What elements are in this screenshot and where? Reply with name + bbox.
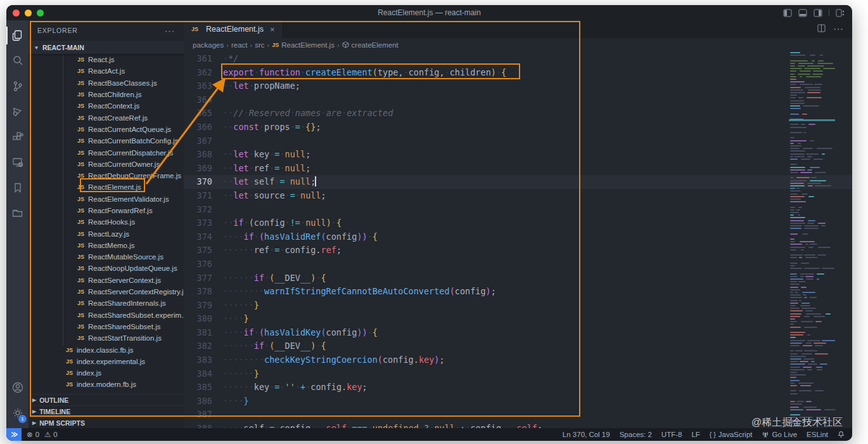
tab-reactelement[interactable]: JS ReactElement.js × — [184, 20, 283, 38]
tree-item-index-classic-fb-js[interactable]: JSindex.classic.fb.js — [29, 344, 184, 355]
code-line-377: 377······if·(__DEV__)·{ — [184, 271, 852, 285]
errors-icon: ⊗ — [27, 430, 33, 439]
breadcrumb-item-createelement[interactable]: createElement — [342, 41, 399, 49]
code-editor[interactable]: 361·*/362export·function·createElement(t… — [184, 52, 852, 428]
status-utf-8[interactable]: UTF-8 — [661, 431, 682, 438]
source-control-icon[interactable] — [6, 74, 29, 99]
code-line-364: 364 — [184, 93, 852, 107]
tree-item-reactcurrentowner-js[interactable]: JSReactCurrentOwner.js — [29, 159, 184, 170]
problems-status[interactable]: ⊗0 ⚠0 — [27, 430, 58, 439]
tree-item-reactstarttransition-js[interactable]: JSReactStartTransition.js — [29, 332, 184, 344]
tree-item-reactelementvalidator-js[interactable]: JSReactElementValidator.js — [29, 193, 184, 205]
sidebar-section-npm-scripts[interactable]: ▶NPM SCRIPTS — [29, 417, 184, 428]
file-name: ReactForwardRef.js — [88, 207, 153, 214]
minimap[interactable] — [789, 52, 835, 428]
tree-item-react-js[interactable]: JSReact.js — [29, 54, 184, 65]
remote-explorer-icon[interactable] — [6, 150, 29, 175]
line-number: 363 — [184, 79, 223, 93]
search-icon[interactable] — [6, 48, 29, 74]
tree-item-reactcurrentdispatcher-js[interactable]: JSReactCurrentDispatcher.js — [29, 147, 184, 158]
js-file-icon: JS — [77, 277, 84, 284]
sidebar-section-outline[interactable]: ▶OUTLINE — [29, 394, 184, 405]
code-line-383: 383········checkKeyStringCoercion(config… — [184, 353, 852, 367]
explorer-more-actions-icon[interactable]: ··· — [165, 26, 175, 36]
line-number: 384 — [184, 367, 223, 381]
toggle-sidebar-icon[interactable] — [783, 9, 792, 17]
tree-item-reactnoopupdatequeue-js[interactable]: JSReactNoopUpdateQueue.js — [29, 263, 184, 274]
close-window-button[interactable] — [13, 10, 20, 16]
sidebar-section-timeline[interactable]: ▶TIMELINE — [29, 405, 184, 417]
breadcrumb-item-src[interactable]: src — [255, 41, 264, 49]
js-file-icon: JS — [77, 242, 84, 249]
file-tree: JSReact.jsJSReactAct.jsJSReactBaseClasse… — [29, 54, 184, 394]
status-spaces-2[interactable]: Spaces: 2 — [620, 431, 652, 438]
close-tab-icon[interactable]: × — [270, 25, 275, 34]
tree-item-reactact-js[interactable]: JSReactAct.js — [29, 65, 184, 77]
tree-item-reactdebugcurrentframe-js[interactable]: JSReactDebugCurrentFrame.js — [29, 170, 184, 181]
tree-item-reactmutablesource-js[interactable]: JSReactMutableSource.js — [29, 251, 184, 263]
js-file-icon: JS — [77, 150, 84, 156]
code-line-387: 387 — [184, 408, 852, 422]
tree-item-index-modern-fb-js[interactable]: JSindex.modern.fb.js — [29, 379, 184, 390]
line-number: 372 — [184, 203, 223, 217]
tree-item-reactmemo-js[interactable]: JSReactMemo.js — [29, 240, 184, 251]
tree-item-reactbaseclasses-js[interactable]: JSReactBaseClasses.js — [29, 77, 184, 89]
editor-more-actions-icon[interactable]: ··· — [833, 23, 843, 35]
minimize-window-button[interactable] — [25, 10, 32, 16]
status-lf[interactable]: LF — [691, 431, 699, 438]
explorer-icon[interactable] — [6, 23, 29, 48]
status-label: Spaces: 2 — [620, 431, 652, 438]
extensions-icon[interactable] — [6, 124, 29, 150]
line-number: 371 — [184, 189, 223, 203]
golive-icon — [762, 431, 769, 439]
split-editor-icon[interactable] — [817, 23, 826, 35]
tree-item-reactlazy-js[interactable]: JSReactLazy.js — [29, 228, 184, 239]
customize-layout-icon[interactable] — [836, 9, 845, 17]
breadcrumb-item-react[interactable]: react — [231, 41, 248, 49]
run-debug-icon[interactable] — [6, 99, 29, 124]
explorer-sidebar: EXPLORER ··· ▼ REACT-MAIN JSReact.jsJSRe… — [29, 20, 184, 428]
tree-item-index-experimental-js[interactable]: JSindex.experimental.js — [29, 356, 184, 367]
tree-item-reactcurrentbatchconfig-js[interactable]: JSReactCurrentBatchConfig.js — [29, 135, 184, 147]
file-name: ReactCurrentBatchConfig.js — [88, 137, 179, 145]
toggle-secondary-sidebar-icon[interactable] — [814, 9, 822, 17]
js-file-icon: JS — [77, 231, 84, 237]
tree-item-reactcontext-js[interactable]: JSReactContext.js — [29, 100, 184, 112]
tree-item-reactsharedsubset-js[interactable]: JSReactSharedSubset.js — [29, 321, 184, 332]
sidebar-sections: ▶OUTLINE▶TIMELINE▶NPM SCRIPTS — [29, 394, 184, 428]
breadcrumb-item-reactelement-js[interactable]: JSReactElement.js — [272, 41, 335, 49]
tree-item-reactservercontextregistry-js[interactable]: JSReactServerContextRegistry.js — [29, 286, 184, 297]
status-eslint[interactable]: ESLint — [807, 431, 828, 438]
breadcrumb-label: ReactElement.js — [281, 41, 335, 49]
tree-item-reactcurrentactqueue-js[interactable]: JSReactCurrentActQueue.js — [29, 124, 184, 135]
accounts-icon[interactable] — [6, 375, 29, 400]
status-bell[interactable] — [838, 430, 845, 439]
zoom-window-button[interactable] — [37, 10, 44, 16]
code-line-379: 379······} — [184, 299, 852, 313]
tree-item-reactelement-js[interactable]: JSReactElement.js — [29, 181, 184, 193]
breadcrumb-item-packages[interactable]: packages — [193, 41, 224, 49]
tree-item-index-js[interactable]: JSindex.js — [29, 367, 184, 379]
chevron-right-icon: ▶ — [32, 408, 36, 414]
remote-indicator[interactable] — [6, 428, 22, 441]
line-number: 379 — [184, 299, 223, 313]
settings-gear-icon[interactable]: 1 — [6, 400, 29, 426]
tree-item-reactcreateref-js[interactable]: JSReactCreateRef.js — [29, 112, 184, 123]
tree-item-reactsharedinternals-js[interactable]: JSReactSharedInternals.js — [29, 297, 184, 309]
project-manager-icon[interactable] — [6, 200, 29, 226]
tree-item-reactforwardref-js[interactable]: JSReactForwardRef.js — [29, 205, 184, 216]
minimap-highlight — [789, 119, 835, 121]
tree-item-reacthooks-js[interactable]: JSReactHooks.js — [29, 216, 184, 228]
activity-bar: 1 — [6, 20, 29, 428]
status-go-live[interactable]: Go Live — [762, 431, 797, 439]
section-label: OUTLINE — [39, 396, 68, 404]
warnings-icon: ⚠ — [44, 430, 51, 439]
status-javascript[interactable]: { }JavaScript — [710, 431, 753, 438]
tree-item-reactsharedsubset-experim-[interactable]: JSReactSharedSubset.experim… — [29, 310, 184, 321]
status-ln-370-col-19[interactable]: Ln 370, Col 19 — [563, 431, 610, 438]
workspace-root-folder[interactable]: ▼ REACT-MAIN — [29, 41, 184, 54]
tree-item-reactchildren-js[interactable]: JSReactChildren.js — [29, 89, 184, 100]
toggle-panel-icon[interactable] — [798, 9, 807, 17]
tree-item-reactservercontext-js[interactable]: JSReactServerContext.js — [29, 275, 184, 286]
bookmarks-icon[interactable] — [6, 175, 29, 200]
